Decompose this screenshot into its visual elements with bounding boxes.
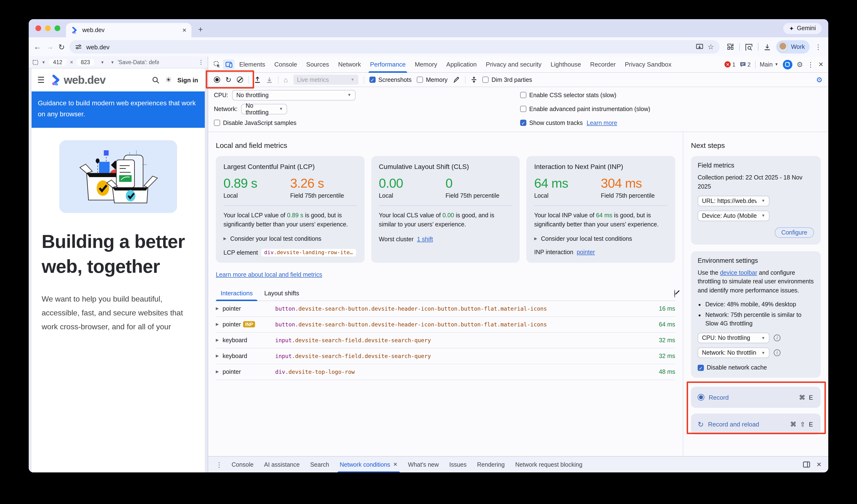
gemini-button[interactable]: ✦ Gemini — [783, 23, 822, 34]
drawer-menu-icon[interactable]: ⋮ — [212, 461, 226, 468]
interaction-selector[interactable]: div.devsite-top-logo-row — [275, 368, 655, 375]
cpu-throttling-select[interactable]: No throttling ▼ — [232, 90, 355, 100]
network-throttling-select[interactable]: No throttling ▼ — [241, 104, 287, 114]
throttle-select-icon[interactable]: ▼ — [111, 60, 114, 64]
devtools-settings-icon[interactable]: ⚙ — [796, 60, 803, 69]
traffic-lights[interactable] — [29, 26, 66, 37]
clear-interactions-icon[interactable] — [674, 290, 675, 297]
site-info-icon[interactable] — [75, 44, 82, 50]
tab-layout-shifts[interactable]: Layout shifts — [259, 289, 304, 300]
tab-lighthouse[interactable]: Lighthouse — [546, 56, 585, 72]
download-profile-icon[interactable] — [266, 76, 272, 83]
tab-console[interactable]: Console — [270, 56, 301, 72]
tab-close-icon[interactable]: ✕ — [182, 27, 187, 33]
dim-3rd-parties-checkbox[interactable]: Dim 3rd parties — [483, 76, 532, 83]
tab-memory[interactable]: Memory — [410, 56, 441, 72]
row-expander-icon[interactable]: ▶ — [216, 322, 219, 326]
record-icon[interactable] — [214, 77, 220, 83]
new-tab-button[interactable]: + — [191, 25, 203, 37]
drawer-tab-issues[interactable]: Issues — [444, 456, 472, 472]
profile-button[interactable]: Work — [776, 40, 810, 54]
env-cpu-select[interactable]: CPU: No throttling ▼ — [698, 333, 770, 343]
drawer-tab-ai-assistance[interactable]: AI assistance — [259, 456, 305, 472]
info-icon[interactable]: i — [774, 335, 780, 341]
collapse-tracks-icon[interactable] — [471, 76, 477, 83]
drawer-tab-close-icon[interactable]: ✕ — [393, 461, 398, 468]
install-icon[interactable] — [695, 43, 703, 50]
custom-tracks-checkbox-box[interactable] — [520, 120, 526, 126]
viewport-height-field[interactable]: 823 — [77, 59, 94, 66]
inspect-icon[interactable] — [211, 59, 222, 70]
save-data-label[interactable]: 'Save-Data': defaul — [118, 60, 159, 65]
learn-more-metrics-link[interactable]: Learn more about local and field metrics — [216, 271, 322, 278]
tab-search-icon[interactable] — [745, 43, 753, 50]
css-selector-stats-checkbox-box[interactable] — [520, 92, 526, 98]
device-toolbar-toggle-icon[interactable] — [223, 59, 234, 70]
browser-tab[interactable]: web.dev ✕ — [66, 23, 191, 37]
bookmark-star-icon[interactable]: ☆ — [707, 43, 714, 51]
error-badge[interactable]: ✕ 1 — [725, 61, 736, 68]
device-toolbar-link[interactable]: device toolbar — [720, 269, 757, 276]
close-window-button[interactable] — [35, 26, 41, 31]
tab-elements[interactable]: Elements — [235, 56, 269, 72]
screenshots-checkbox-box[interactable] — [369, 77, 375, 83]
reload-page-icon[interactable]: ↻ — [58, 43, 65, 51]
custom-tracks-learn-more-link[interactable]: Learn more — [587, 119, 617, 126]
disable-js-samples-checkbox[interactable]: Disable JavaScript samples — [214, 119, 297, 126]
drawer-tab-console[interactable]: Console — [226, 456, 259, 472]
tab-performance[interactable]: Performance — [366, 56, 410, 72]
tab-network[interactable]: Network — [334, 56, 365, 72]
target-select[interactable]: Main ▼ — [760, 61, 778, 68]
theme-toggle-icon[interactable]: ☀ — [165, 75, 171, 84]
devtools-close-icon[interactable]: ✕ — [818, 61, 824, 68]
history-select[interactable]: Live metrics ▼ — [293, 75, 358, 85]
issues-badge[interactable]: 2 — [740, 61, 751, 68]
css-selector-stats-checkbox[interactable]: Enable CSS selector stats (slow) — [520, 92, 616, 98]
drawer-tab-search[interactable]: Search — [305, 456, 334, 472]
record-reload-icon[interactable]: ↻ — [225, 76, 231, 83]
record-and-reload-button[interactable]: ↻ Record and reload ⌘ ⇧ E — [691, 414, 821, 435]
custom-tracks-checkbox[interactable]: Show custom tracks — [520, 119, 583, 126]
disable-js-samples-checkbox-box[interactable] — [214, 120, 220, 126]
minimize-window-button[interactable] — [45, 26, 51, 31]
tab-application[interactable]: Application — [442, 56, 481, 72]
screenshots-checkbox[interactable]: Screenshots — [369, 76, 411, 83]
interaction-row[interactable]: ▶ pointer div.devsite-top-logo-row 48 ms — [216, 364, 675, 380]
lcp-element-link[interactable]: div.devsite-landing-row-ite… — [261, 249, 356, 256]
dimensions-caret-icon[interactable]: ▼ — [41, 60, 46, 64]
site-logo[interactable]: web.dev — [50, 73, 106, 86]
advanced-paint-checkbox[interactable]: Enable advanced paint instrumentation (s… — [520, 105, 650, 112]
device-mode-badge-icon[interactable] — [783, 60, 792, 69]
forward-icon[interactable]: → — [46, 43, 54, 51]
memory-checkbox-box[interactable] — [417, 77, 423, 83]
viewport-width-field[interactable]: 412 — [49, 59, 67, 66]
tab-interactions[interactable]: Interactions — [216, 289, 257, 300]
device-toolbar-menu-icon[interactable]: ⋮ — [198, 59, 204, 66]
tab-privacy-sandbox[interactable]: Privacy Sandbox — [620, 56, 676, 72]
interaction-selector[interactable]: input.devsite-search-field.devsite-searc… — [275, 353, 655, 359]
address-bar[interactable]: web.dev ☆ — [70, 40, 720, 54]
sign-in-button[interactable]: Sign in — [177, 76, 199, 84]
disable-network-cache-checkbox[interactable]: Disable network cache — [698, 364, 814, 371]
dimensions-icon[interactable] — [33, 60, 38, 65]
interaction-row[interactable]: ▶ keyboard input.devsite-search-field.de… — [216, 332, 675, 348]
interaction-selector[interactable]: button.devsite-search-button.devsite-hea… — [275, 305, 655, 312]
gc-brush-icon[interactable] — [453, 76, 460, 83]
tab-privacy-security[interactable]: Privacy and security — [482, 56, 546, 72]
home-icon[interactable]: ⌂ — [284, 75, 288, 84]
search-icon[interactable] — [152, 76, 159, 84]
advanced-paint-checkbox-box[interactable] — [520, 106, 526, 112]
inp-interaction-link[interactable]: pointer — [576, 249, 595, 255]
back-icon[interactable]: ← — [33, 43, 41, 51]
browser-menu-icon[interactable]: ⋮ — [815, 43, 822, 51]
row-expander-icon[interactable]: ▶ — [216, 354, 219, 358]
interaction-selector[interactable]: button.devsite-search-button.devsite-hea… — [275, 321, 655, 327]
clear-icon[interactable] — [237, 77, 243, 83]
extensions-icon[interactable] — [726, 43, 734, 51]
drawer-tab-network-request-blocking[interactable]: Network request blocking — [510, 456, 588, 472]
upload-profile-icon[interactable] — [254, 76, 261, 83]
tab-sources[interactable]: Sources — [302, 56, 333, 72]
configure-button[interactable]: Configure — [775, 227, 814, 238]
drawer-tab-whats-new[interactable]: What's new — [403, 456, 444, 472]
info-icon[interactable]: i — [774, 349, 780, 356]
